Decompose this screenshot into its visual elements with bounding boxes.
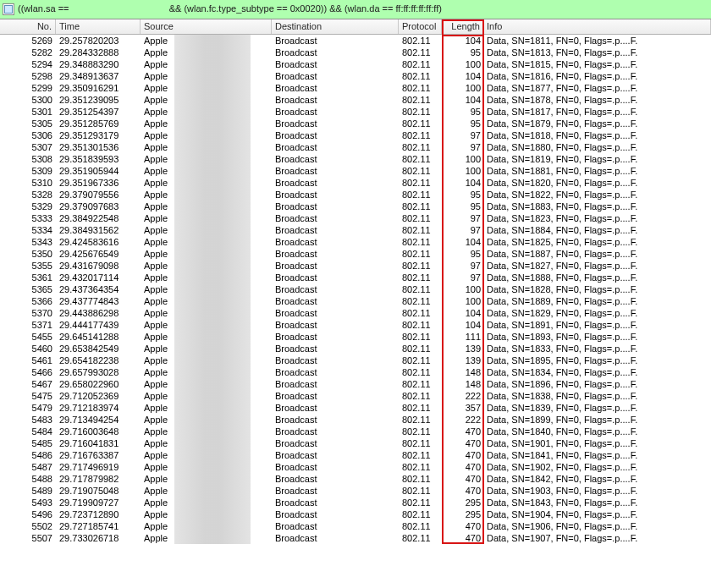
cell-time: 29.431679098 bbox=[56, 260, 141, 272]
cell-destination: Broadcast bbox=[272, 354, 399, 366]
table-row[interactable]: 548829.717879982AppleBroadcast802.11470D… bbox=[0, 473, 711, 485]
source-redacted bbox=[174, 153, 251, 165]
col-header-length[interactable]: Length bbox=[442, 19, 484, 34]
cell-protocol: 802.11 bbox=[399, 260, 442, 272]
cell-source: Apple bbox=[141, 295, 272, 307]
table-row[interactable]: 548929.719075048AppleBroadcast802.11470D… bbox=[0, 485, 711, 497]
source-redacted bbox=[174, 378, 251, 390]
table-row[interactable]: 532829.379079556AppleBroadcast802.1195Da… bbox=[0, 189, 711, 201]
table-row[interactable]: 533429.384931562AppleBroadcast802.1197Da… bbox=[0, 224, 711, 236]
table-row[interactable]: 530629.351293179AppleBroadcast802.1197Da… bbox=[0, 129, 711, 141]
table-row[interactable]: 534329.424583616AppleBroadcast802.11104D… bbox=[0, 236, 711, 248]
cell-source: Apple bbox=[141, 35, 272, 47]
source-redacted bbox=[174, 319, 251, 331]
display-filter-text[interactable]: ((wlan.sa == && (wlan.fc.type_subtype ==… bbox=[18, 3, 708, 15]
table-row[interactable]: 549329.719909727AppleBroadcast802.11295D… bbox=[0, 497, 711, 508]
table-row[interactable]: 537129.444177439AppleBroadcast802.11104D… bbox=[0, 319, 711, 331]
col-header-time[interactable]: Time bbox=[56, 19, 141, 34]
table-row[interactable]: 548529.716041831AppleBroadcast802.11470D… bbox=[0, 437, 711, 449]
table-row[interactable]: 548629.716763387AppleBroadcast802.11470D… bbox=[0, 449, 711, 461]
table-row[interactable]: 547529.712052369AppleBroadcast802.11222D… bbox=[0, 390, 711, 402]
cell-source: Apple bbox=[141, 70, 272, 82]
cell-no: 5298 bbox=[0, 70, 56, 82]
cell-time: 29.284332888 bbox=[56, 47, 141, 58]
table-row[interactable]: 532929.379097683AppleBroadcast802.1195Da… bbox=[0, 201, 711, 212]
table-row[interactable]: 530029.351239095AppleBroadcast802.11104D… bbox=[0, 94, 711, 106]
source-redacted bbox=[174, 35, 251, 47]
table-row[interactable]: 537029.443886298AppleBroadcast802.11104D… bbox=[0, 307, 711, 319]
table-row[interactable]: 528229.284332888AppleBroadcast802.1195Da… bbox=[0, 47, 711, 58]
bookmark-icon[interactable] bbox=[3, 3, 14, 15]
packet-list-body[interactable]: 526929.257820203AppleBroadcast802.11104D… bbox=[0, 35, 711, 544]
table-row[interactable]: 536629.437774843AppleBroadcast802.11100D… bbox=[0, 295, 711, 307]
cell-info: Data, SN=1907, FN=0, Flags=.p....F. bbox=[484, 532, 711, 544]
cell-destination: Broadcast bbox=[272, 177, 399, 189]
cell-protocol: 802.11 bbox=[399, 236, 442, 248]
cell-source: Apple bbox=[141, 532, 272, 544]
table-row[interactable]: 529429.348883290AppleBroadcast802.11100D… bbox=[0, 58, 711, 70]
table-row[interactable]: 547929.712183974AppleBroadcast802.11357D… bbox=[0, 402, 711, 414]
col-header-protocol[interactable]: Protocol bbox=[399, 19, 442, 34]
table-row[interactable]: 546629.657993028AppleBroadcast802.11148D… bbox=[0, 366, 711, 378]
table-row[interactable]: 548329.713494254AppleBroadcast802.11222D… bbox=[0, 414, 711, 426]
table-row[interactable]: 533329.384922548AppleBroadcast802.1197Da… bbox=[0, 212, 711, 224]
cell-no: 5282 bbox=[0, 47, 56, 58]
cell-destination: Broadcast bbox=[272, 35, 399, 47]
col-header-source[interactable]: Source bbox=[141, 19, 272, 34]
table-row[interactable]: 545529.645141288AppleBroadcast802.11111D… bbox=[0, 331, 711, 343]
table-row[interactable]: 526929.257820203AppleBroadcast802.11104D… bbox=[0, 35, 711, 47]
cell-no: 5488 bbox=[0, 473, 56, 485]
cell-time: 29.350916291 bbox=[56, 82, 141, 94]
cell-source: Apple bbox=[141, 58, 272, 70]
table-row[interactable]: 546029.653842549AppleBroadcast802.11139D… bbox=[0, 343, 711, 354]
table-row[interactable]: 529829.348913637AppleBroadcast802.11104D… bbox=[0, 70, 711, 82]
cell-source: Apple bbox=[141, 414, 272, 426]
table-row[interactable]: 550229.727185741AppleBroadcast802.11470D… bbox=[0, 520, 711, 532]
table-row[interactable]: 548729.717496919AppleBroadcast802.11470D… bbox=[0, 461, 711, 473]
cell-length: 104 bbox=[442, 70, 484, 82]
cell-time: 29.719909727 bbox=[56, 497, 141, 508]
cell-no: 5366 bbox=[0, 295, 56, 307]
cell-no: 5269 bbox=[0, 35, 56, 47]
cell-no: 5309 bbox=[0, 165, 56, 177]
cell-no: 5333 bbox=[0, 212, 56, 224]
cell-info: Data, SN=1834, FN=0, Flags=.p....F. bbox=[484, 366, 711, 378]
cell-time: 29.257820203 bbox=[56, 35, 141, 47]
table-row[interactable]: 535529.431679098AppleBroadcast802.1197Da… bbox=[0, 260, 711, 272]
table-row[interactable]: 546729.658022960AppleBroadcast802.11148D… bbox=[0, 378, 711, 390]
table-row[interactable]: 546129.654182238AppleBroadcast802.11139D… bbox=[0, 354, 711, 366]
table-row[interactable]: 550729.733026718AppleBroadcast802.11470D… bbox=[0, 532, 711, 544]
cell-destination: Broadcast bbox=[272, 437, 399, 449]
col-header-dest[interactable]: Destination bbox=[272, 19, 399, 34]
table-row[interactable]: 548429.716003648AppleBroadcast802.11470D… bbox=[0, 426, 711, 437]
table-row[interactable]: 529929.350916291AppleBroadcast802.11100D… bbox=[0, 82, 711, 94]
source-redacted bbox=[174, 520, 251, 532]
table-row[interactable]: 549629.723712890AppleBroadcast802.11295D… bbox=[0, 508, 711, 520]
col-header-info[interactable]: Info bbox=[484, 19, 711, 34]
cell-length: 95 bbox=[442, 118, 484, 129]
table-row[interactable]: 530129.351254397AppleBroadcast802.1195Da… bbox=[0, 106, 711, 118]
cell-no: 5305 bbox=[0, 118, 56, 129]
table-row[interactable]: 530729.351301536AppleBroadcast802.1197Da… bbox=[0, 141, 711, 153]
cell-protocol: 802.11 bbox=[399, 508, 442, 520]
col-header-no[interactable]: No. bbox=[0, 19, 56, 34]
cell-source: Apple bbox=[141, 390, 272, 402]
table-row[interactable]: 536529.437364354AppleBroadcast802.11100D… bbox=[0, 283, 711, 295]
cell-destination: Broadcast bbox=[272, 272, 399, 283]
cell-no: 5461 bbox=[0, 354, 56, 366]
table-row[interactable]: 530929.351905944AppleBroadcast802.11100D… bbox=[0, 165, 711, 177]
table-row[interactable]: 530529.351285769AppleBroadcast802.1195Da… bbox=[0, 118, 711, 129]
table-row[interactable]: 536129.432017114AppleBroadcast802.1197Da… bbox=[0, 272, 711, 283]
cell-time: 29.712183974 bbox=[56, 402, 141, 414]
table-row[interactable]: 535029.425676549AppleBroadcast802.1195Da… bbox=[0, 248, 711, 260]
table-row[interactable]: 531029.351967336AppleBroadcast802.11104D… bbox=[0, 177, 711, 189]
cell-destination: Broadcast bbox=[272, 343, 399, 354]
cell-protocol: 802.11 bbox=[399, 129, 442, 141]
cell-no: 5350 bbox=[0, 248, 56, 260]
cell-destination: Broadcast bbox=[272, 378, 399, 390]
table-row[interactable]: 530829.351839593AppleBroadcast802.11100D… bbox=[0, 153, 711, 165]
cell-info: Data, SN=1829, FN=0, Flags=.p....F. bbox=[484, 307, 711, 319]
cell-length: 97 bbox=[442, 260, 484, 272]
display-filter-bar[interactable]: ((wlan.sa == && (wlan.fc.type_subtype ==… bbox=[0, 0, 711, 19]
cell-info: Data, SN=1889, FN=0, Flags=.p....F. bbox=[484, 295, 711, 307]
